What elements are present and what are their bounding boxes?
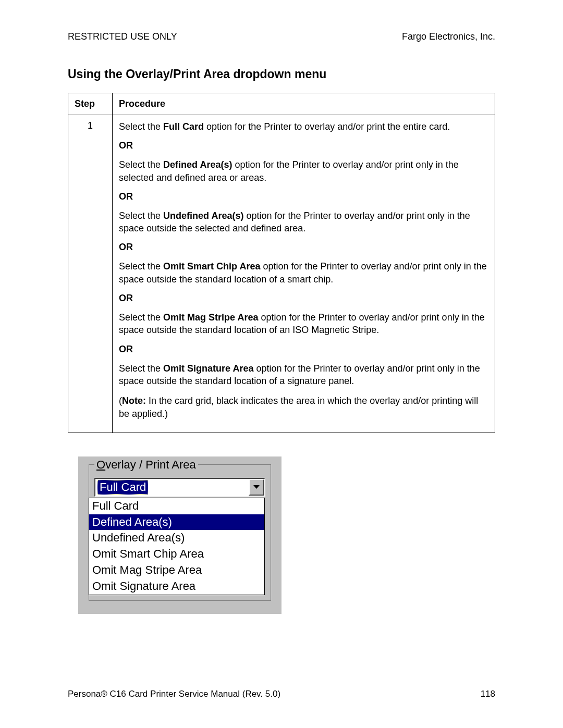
combo-dropdown-button[interactable] [249, 479, 264, 496]
overlay-dropdown-figure: Overlay / Print Area Full Card Full Card… [78, 456, 282, 614]
list-item[interactable]: Omit Smart Chip Area [89, 546, 264, 562]
section-title: Using the Overlay/Print Area dropdown me… [68, 67, 495, 81]
chevron-down-icon [253, 485, 260, 489]
group-label: Overlay / Print Area [94, 458, 198, 472]
overlay-combo[interactable]: Full Card [94, 478, 265, 497]
step-number: 1 [68, 115, 113, 433]
col-step: Step [68, 93, 113, 115]
overlay-listbox[interactable]: Full CardDefined Area(s)Undefined Area(s… [89, 498, 265, 595]
procedure-table: Step Procedure 1 Select the Full Card op… [68, 93, 495, 433]
list-item[interactable]: Omit Mag Stripe Area [89, 562, 264, 578]
page-number: 118 [481, 689, 495, 699]
list-item[interactable]: Omit Signature Area [89, 578, 264, 595]
footer-left: Persona® C16 Card Printer Service Manual… [68, 689, 280, 699]
col-procedure: Procedure [113, 93, 495, 115]
header-left: RESTRICTED USE ONLY [68, 31, 177, 42]
list-item[interactable]: Full Card [89, 498, 264, 514]
procedure-cell: Select the Full Card option for the Prin… [113, 115, 495, 433]
header-right: Fargo Electronics, Inc. [402, 31, 495, 42]
combo-selected-value: Full Card [97, 480, 148, 495]
list-item[interactable]: Defined Area(s) [89, 514, 264, 530]
list-item[interactable]: Undefined Area(s) [89, 530, 264, 546]
